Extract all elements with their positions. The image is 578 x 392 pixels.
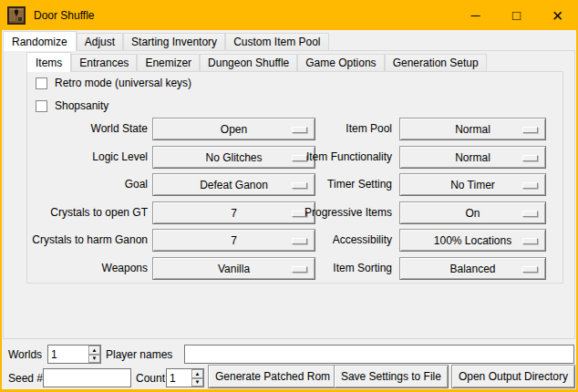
crystals-gt-label: Crystals to open GT xyxy=(27,206,148,219)
spin-up-icon[interactable]: ▲ xyxy=(88,346,100,355)
worlds-spinner[interactable]: ▲ ▼ xyxy=(47,345,101,364)
item-pool-dropdown[interactable]: Normal xyxy=(399,118,546,140)
goal-label: Goal xyxy=(27,178,148,191)
progressive-items-label: Progressive Items xyxy=(191,206,392,219)
close-button[interactable]: × xyxy=(537,0,578,30)
checkbox-label: Shopsanity xyxy=(55,99,108,112)
menu-indicator-icon xyxy=(522,211,538,217)
dropdown-value: Balanced xyxy=(449,263,495,275)
tab-custom-item-pool[interactable]: Custom Item Pool xyxy=(225,33,328,50)
worlds-spin-buttons: ▲ ▼ xyxy=(88,346,100,363)
checkbox-icon[interactable] xyxy=(36,100,47,112)
count-label: Count xyxy=(136,372,165,385)
main-tab-bar: Randomize Adjust Starting Inventory Cust… xyxy=(3,30,329,50)
window-title: Door Shuffle xyxy=(34,9,95,22)
minimize-icon: ─ xyxy=(471,9,480,22)
title-bar[interactable]: Door Shuffle ─ □ × xyxy=(0,0,578,30)
tab-randomize[interactable]: Randomize xyxy=(3,31,77,51)
player-names-input[interactable] xyxy=(184,345,574,364)
world-state-label: World State xyxy=(27,122,148,135)
item-pool-label: Item Pool xyxy=(191,122,392,135)
accessibility-dropdown[interactable]: 100% Locations xyxy=(399,229,546,252)
app-window: Door Shuffle ─ □ × Randomize Adjust Star… xyxy=(0,0,578,392)
sub-tab-bar: Items Entrances Enemizer Dungeon Shuffle… xyxy=(26,52,487,71)
menu-indicator-icon xyxy=(522,238,538,244)
spin-down-icon[interactable]: ▼ xyxy=(88,355,100,364)
shopsanity-checkbox[interactable]: Shopsanity xyxy=(36,99,108,112)
crystals-ganon-label: Crystals to harm Ganon xyxy=(27,233,148,246)
dropdown-value: Normal xyxy=(455,123,490,136)
dropdown-value: No Timer xyxy=(450,179,495,191)
tab-label: Dungeon Shuffle xyxy=(208,57,289,69)
tab-items[interactable]: Items xyxy=(26,52,71,72)
app-icon xyxy=(7,6,26,25)
dropdown-value: Normal xyxy=(455,151,490,164)
tab-label: Generation Setup xyxy=(393,57,479,69)
timer-setting-dropdown[interactable]: No Timer xyxy=(399,173,546,196)
tab-game-options[interactable]: Game Options xyxy=(297,54,384,71)
count-spin-buttons: ▲ ▼ xyxy=(191,369,203,387)
menu-indicator-icon xyxy=(522,127,538,133)
worlds-input[interactable] xyxy=(48,346,88,363)
tab-dungeon-shuffle[interactable]: Dungeon Shuffle xyxy=(200,54,297,71)
menu-indicator-icon xyxy=(522,266,538,273)
timer-setting-label: Timer Setting xyxy=(191,178,392,191)
player-names-label: Player names xyxy=(106,348,172,361)
save-settings-button[interactable]: Save Settings to File xyxy=(334,365,449,388)
tab-generation-setup[interactable]: Generation Setup xyxy=(385,54,487,71)
seed-input[interactable] xyxy=(43,368,131,387)
minimize-button[interactable]: ─ xyxy=(455,0,496,30)
tab-label: Enemizer xyxy=(145,57,191,69)
maximize-button[interactable]: □ xyxy=(496,0,537,30)
spin-up-icon[interactable]: ▲ xyxy=(191,369,203,378)
dropdown-value: 100% Locations xyxy=(434,234,511,247)
menu-indicator-icon xyxy=(522,155,538,161)
close-icon: × xyxy=(552,6,563,25)
item-functionality-dropdown[interactable]: Normal xyxy=(399,146,546,169)
tab-label: Adjust xyxy=(85,36,115,48)
checkbox-label: Retro mode (universal keys) xyxy=(55,77,191,89)
progressive-items-dropdown[interactable]: On xyxy=(399,201,546,224)
seed-label: Seed # xyxy=(8,372,43,385)
checkbox-icon[interactable] xyxy=(36,77,47,89)
tab-label: Entrances xyxy=(79,57,129,69)
count-input[interactable] xyxy=(167,369,191,387)
maximize-icon: □ xyxy=(512,8,521,22)
dropdown-value: On xyxy=(465,207,480,220)
accessibility-label: Accessibility xyxy=(191,233,392,246)
caption-buttons: ─ □ × xyxy=(455,0,578,30)
tab-label: Items xyxy=(36,57,62,69)
open-output-directory-button[interactable]: Open Output Directory xyxy=(451,365,575,388)
bottom-right-buttons: Save Settings to File Open Output Direct… xyxy=(334,365,575,388)
tab-enemizer[interactable]: Enemizer xyxy=(137,54,200,71)
item-functionality-label: Item Functionality xyxy=(191,150,392,163)
tab-label: Game Options xyxy=(305,57,376,69)
window-body: Randomize Adjust Starting Inventory Cust… xyxy=(2,30,576,389)
count-spinner[interactable]: ▲ ▼ xyxy=(166,368,204,387)
tab-adjust[interactable]: Adjust xyxy=(77,33,123,50)
weapons-label: Weapons xyxy=(27,262,148,274)
retro-mode-checkbox[interactable]: Retro mode (universal keys) xyxy=(36,77,191,89)
generate-patched-rom-button[interactable]: Generate Patched Rom xyxy=(208,365,337,388)
spin-down-icon[interactable]: ▼ xyxy=(191,378,203,387)
item-sorting-dropdown[interactable]: Balanced xyxy=(399,257,546,280)
tab-label: Custom Item Pool xyxy=(233,36,320,48)
tab-entrances[interactable]: Entrances xyxy=(71,54,137,71)
tab-label: Randomize xyxy=(12,36,67,48)
items-pane: Retro mode (universal keys) Shopsanity W… xyxy=(26,71,563,284)
tab-label: Starting Inventory xyxy=(131,36,217,48)
worlds-label: Worlds xyxy=(8,348,42,361)
logic-level-label: Logic Level xyxy=(27,150,148,163)
randomize-pane: Items Entrances Enemizer Dungeon Shuffle… xyxy=(3,50,575,339)
menu-indicator-icon xyxy=(522,182,538,189)
item-sorting-label: Item Sorting xyxy=(191,262,392,274)
tab-starting-inventory[interactable]: Starting Inventory xyxy=(123,33,225,50)
